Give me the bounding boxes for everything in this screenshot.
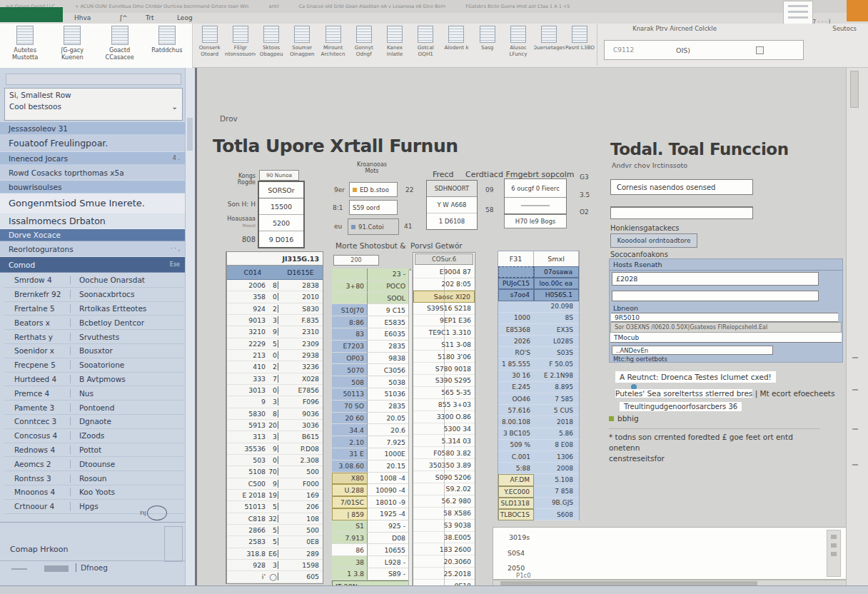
table-row[interactable]: RO'S S03S — [498, 347, 579, 358]
table-row[interactable]: 5830 8 9036 — [227, 408, 323, 420]
table-row[interactable]: 2229 5 2309 — [227, 338, 323, 350]
sidebar-item[interactable]: Gongenmtsiod Smue Inerete. — [0, 193, 187, 213]
table-row[interactable]: 2866 5 500 — [227, 525, 323, 536]
sidebar-field-row[interactable]: Rerthats y Srvuthests — [4, 330, 184, 344]
table-row[interactable]: OO46 7 585 — [498, 393, 579, 405]
sidebar-scrollbar[interactable] — [185, 68, 195, 594]
sidebar-item[interactable]: Reorlotoguratons · · , — [0, 241, 187, 257]
table-row[interactable]: U.288 10090 -4 — [332, 484, 410, 496]
table-row[interactable]: 7.913 D08 — [332, 533, 410, 545]
name-box-field[interactable]: C9112 OIS) — [604, 40, 804, 60]
table-row[interactable]: i' ◯ 605 — [227, 571, 323, 583]
table-row[interactable]: 924 2 S830 — [227, 303, 323, 315]
table-row[interactable]: 34.4 20.6 — [332, 424, 410, 436]
table-row[interactable]: 2026 L028S — [498, 336, 579, 347]
bottom-item[interactable]: S0S4 — [508, 549, 525, 557]
table-row[interactable]: TLBOC1S S608 — [498, 509, 579, 520]
form2-row1-input[interactable]: ED b.stoo — [349, 182, 398, 197]
ribbon-button[interactable]: Kanex Inlatle — [379, 26, 410, 68]
cell-name-box[interactable]: C9112 — [605, 46, 676, 54]
ribbon-button[interactable]: ʃG-gacy Kuenen — [49, 26, 96, 68]
table-row[interactable]: 07osawa — [498, 266, 579, 278]
ribbon-button[interactable]: Alusoc LFuncy — [503, 26, 533, 68]
bottom-item[interactable]: 3019s — [509, 533, 530, 541]
form1-box[interactable]: SORSOr 15500 5200 9 D016 — [258, 181, 305, 248]
ribbon-button[interactable]: Oonserk Otoard — [194, 26, 225, 68]
bottom-panel[interactable]: 3019s S0S4 2050 P1c0 — [493, 527, 847, 580]
form1-value[interactable]: 5200 — [259, 215, 303, 231]
table-row[interactable]: 30 16 E 2.1N98 — [498, 371, 579, 382]
table-row[interactable]: 928 3 1598 — [227, 560, 323, 571]
table-row[interactable]: 410 2 3236 — [227, 361, 323, 373]
table-row[interactable]: 8:86 E5835 — [332, 316, 410, 328]
table-row[interactable]: Y.EC000 7 858 — [498, 486, 579, 498]
table-row[interactable]: 3 BC105 5.86 — [498, 428, 579, 440]
ribbon-button[interactable]: Duersetages — [534, 26, 565, 68]
table-row[interactable]: 358 0 2010 — [227, 291, 323, 303]
bottom-item[interactable]: 2050 — [508, 564, 525, 572]
table-row[interactable]: s7oo4 H0S6S.1 — [498, 289, 579, 301]
table-row[interactable]: 20.098 — [498, 301, 579, 313]
table-row[interactable]: 9013 3 F.835 — [227, 315, 323, 326]
tab-3[interactable]: Trt — [146, 14, 153, 21]
sidebar-field-row[interactable]: Soenidor x Bousxtor — [4, 344, 184, 358]
table-row[interactable]: 5070 C3056 — [332, 364, 410, 376]
sidebar-field-row[interactable]: Beators x Bcbetloy Dentcor — [4, 316, 184, 330]
column-header[interactable]: F31 — [498, 251, 534, 266]
sidebar-search-box[interactable]: Si, Smallest Row Cool bestsoos ⌄ — [4, 88, 183, 121]
ribbon-button[interactable]: Ratddchus — [143, 26, 191, 68]
sidebar-item[interactable]: Rowd Cosacks toprthomas x5a — [0, 165, 187, 181]
table-row[interactable]: 70 SO 2835 — [332, 401, 410, 413]
ribbon-button[interactable]: Sktoos Obagpeu — [256, 26, 286, 68]
form1-value[interactable]: SORSOr — [259, 182, 303, 198]
table-row[interactable]: 508 5038 — [332, 376, 410, 388]
table-row[interactable]: 7/01SC 18010 -9 — [332, 496, 410, 508]
form3-value[interactable]: Y W A668 — [427, 197, 477, 213]
sidebar-item[interactable]: Jessassoleov 31 — [0, 122, 187, 135]
sidebar-field-row[interactable]: Rednows 4 Pottot — [4, 443, 184, 458]
sidebar-item[interactable]: Comod Ese — [0, 257, 187, 273]
ribbon-button[interactable]: FElgr Hentonsosuonete — [225, 26, 256, 68]
sidebar-item[interactable]: Fouatoof Freulingpoar. — [0, 135, 187, 152]
column-header[interactable]: Smxl — [534, 251, 579, 266]
sidebar-field-row[interactable]: Conntcec 3 Dgnaote — [4, 415, 184, 429]
table-row[interactable]: 2006 8 2838 — [227, 280, 323, 291]
table-row[interactable]: 31 E 1000E — [332, 448, 410, 460]
table-row[interactable]: 213 0 2938 — [227, 350, 323, 361]
tab-2[interactable]: ʃ^ — [120, 14, 128, 21]
table-row[interactable]: 83 E6035 — [332, 328, 410, 341]
table-row[interactable]: 1 85.555 F 50.05 — [498, 359, 579, 371]
table-row[interactable]: 57.616 5 CUS — [498, 405, 579, 416]
table-row[interactable]: 38 L928 - — [332, 556, 410, 568]
highlight-button[interactable] — [847, 0, 868, 21]
sidebar-item[interactable]: bouwrisoulses — [0, 181, 187, 193]
form3-value[interactable]: 1 D6108 — [427, 213, 477, 229]
table-row[interactable]: | 859 1925 -4 — [332, 508, 410, 520]
form4-box[interactable]: 6 oucgf 0 Fieerc — [504, 178, 567, 214]
table-row[interactable]: C500 9 F000 — [227, 478, 323, 490]
ribbon-button[interactable]: Gotcal OQH1 — [410, 26, 441, 68]
sidebar-field-row[interactable]: Brernkefr 92 Soonacxbrtocs — [4, 288, 184, 302]
table-row[interactable]: AF.DM 5.108 — [498, 474, 579, 485]
form2-row2-input[interactable]: S59 oord — [349, 200, 398, 215]
ribbon-button[interactable]: Pasnt L3BO — [565, 26, 595, 68]
table-row[interactable]: X80 1008 -4 — [332, 473, 410, 485]
table-row[interactable]: 3+80 POCO — [332, 281, 410, 293]
bottom-item[interactable]: P1c0 — [516, 572, 531, 579]
scrollbar-thumb[interactable] — [850, 71, 859, 108]
file-tab[interactable] — [0, 7, 63, 22]
column-header[interactable]: D1615E — [278, 266, 323, 279]
ribbon-button[interactable]: Alodent k — [441, 26, 472, 68]
tab-4[interactable]: Leog — [177, 14, 193, 21]
form2-row3-input[interactable]: 91.Cotoi — [348, 218, 399, 235]
panel-form-value[interactable]: TMocub — [610, 333, 842, 343]
form3-value[interactable]: SDHNOORT — [427, 181, 477, 197]
table-row[interactable]: 9 3 F096 — [227, 396, 323, 408]
panel-scrollbar[interactable] — [827, 530, 841, 577]
table-row[interactable]: C818 32 108 — [227, 513, 323, 525]
table-row[interactable]: 313 3 B615 — [227, 431, 323, 443]
sidebar-field-row[interactable]: Premce 4 Nus — [4, 386, 184, 401]
table-row[interactable]: 3.08.60 20.15 — [332, 460, 410, 473]
sidebar-item[interactable]: Dorve Xocace — [0, 229, 187, 241]
sidebar-item[interactable]: Inenecod Jocars 4 . — [0, 152, 187, 165]
